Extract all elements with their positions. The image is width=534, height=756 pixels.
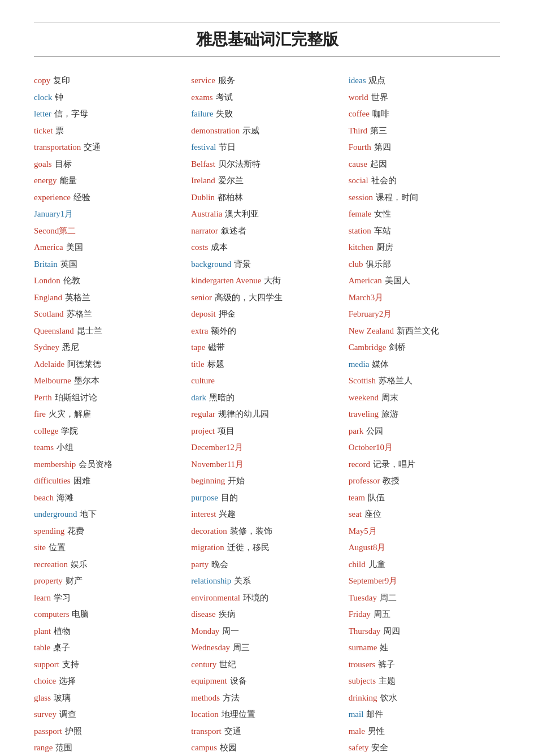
word-chinese: 周一: [222, 624, 239, 639]
word-chinese: 磁带: [208, 340, 225, 355]
vocab-item: social社会的: [349, 174, 500, 188]
word-chinese: 护照: [65, 724, 82, 739]
vocab-item: party晚会: [191, 558, 342, 572]
vocab-item: demonstration示威: [191, 124, 342, 139]
vocab-item: Tuesday周二: [349, 591, 500, 606]
vocab-item: letter信，字母: [34, 107, 185, 122]
word-chinese: 设备: [230, 674, 247, 689]
word-english: trousers: [349, 658, 376, 672]
vocab-item: support支持: [34, 658, 185, 672]
word-chinese: 学院: [61, 424, 78, 439]
word-english: disease: [191, 607, 215, 622]
word-english: coffee: [349, 107, 370, 122]
vocab-item: kitchen厨房: [349, 240, 500, 255]
vocab-item: choice选择: [34, 674, 185, 689]
word-english: exams: [191, 90, 212, 105]
word-chinese: 项目: [218, 424, 235, 439]
vocab-item: underground地下: [34, 507, 185, 522]
vocab-item: century世纪: [191, 658, 342, 672]
word-english: Fourth: [349, 140, 371, 155]
word-english: narrator: [191, 224, 218, 239]
vocab-item: senior高级的，大四学生: [191, 291, 342, 305]
word-english: mail: [349, 707, 364, 722]
word-chinese: 姓: [380, 641, 388, 655]
vocab-item: failure失败: [191, 107, 342, 122]
word-english: Cambridge: [349, 340, 387, 355]
word-english: weekend: [349, 391, 379, 405]
vocab-item: college学院: [34, 424, 185, 439]
word-english: drinking: [349, 691, 377, 706]
word-chinese: 疾病: [219, 607, 236, 622]
word-chinese: 周末: [381, 391, 398, 405]
word-english: range: [34, 741, 53, 755]
word-english: park: [349, 424, 364, 439]
word-english: ticket: [34, 124, 53, 139]
word-chinese: 媒体: [372, 357, 389, 372]
word-english: February2月: [349, 307, 392, 322]
word-chinese: 装修，装饰: [230, 524, 272, 539]
word-english: beginning: [191, 474, 225, 489]
word-english: surname: [349, 641, 377, 655]
word-chinese: 苏格兰人: [379, 374, 413, 388]
word-english: tape: [191, 340, 205, 355]
vocab-item: traveling旅游: [349, 407, 500, 422]
word-english: session: [349, 191, 373, 205]
word-chinese: 车站: [374, 224, 391, 239]
vocab-item: fire火灾，解雇: [34, 407, 185, 422]
word-chinese: 地理位置: [222, 707, 255, 722]
word-english: station: [349, 224, 371, 239]
vocab-item: March3月: [349, 291, 500, 305]
word-chinese: 能量: [60, 174, 77, 188]
word-english: Friday: [349, 607, 371, 622]
vocab-item: November11月: [191, 457, 342, 472]
vocab-col-2: service服务exams考试failure失败demonstration示威…: [191, 74, 342, 755]
word-chinese: 裤子: [378, 658, 395, 672]
vocab-item: Second第二: [34, 224, 185, 239]
vocab-item: January1月: [34, 207, 185, 222]
vocab-item: title标题: [191, 357, 342, 372]
vocab-item: media媒体: [349, 357, 500, 372]
vocab-item: ticket票: [34, 124, 185, 139]
vocab-item: Britain英国: [34, 257, 185, 272]
word-chinese: 邮件: [366, 707, 383, 722]
word-chinese: 位置: [49, 541, 66, 555]
word-chinese: 额外的: [211, 324, 236, 339]
word-english: Dublin: [191, 191, 215, 205]
word-chinese: 经验: [73, 191, 90, 205]
vocab-grid: copy复印clock钟letter信，字母ticket票transportat…: [34, 74, 500, 755]
vocab-item: England英格兰: [34, 291, 185, 305]
word-english: clock: [34, 90, 52, 105]
word-english: festival: [191, 140, 216, 155]
word-chinese: 困难: [73, 474, 90, 489]
vocab-item: passport护照: [34, 724, 185, 739]
word-chinese: 规律的幼儿园: [218, 407, 269, 422]
vocab-item: Sydney悉尼: [34, 340, 185, 355]
word-chinese: 周四: [383, 624, 400, 639]
word-english: London: [34, 274, 60, 288]
vocab-item: August8月: [349, 541, 500, 555]
word-english: membership: [34, 457, 76, 472]
word-chinese: 高级的，大四学生: [215, 291, 283, 305]
word-chinese: 范围: [55, 741, 72, 755]
word-english: migration: [191, 541, 224, 555]
vocab-item: dark黑暗的: [191, 391, 342, 405]
word-english: passport: [34, 724, 62, 739]
vocab-item: mail邮件: [349, 707, 500, 722]
vocab-item: goals目标: [34, 157, 185, 172]
word-chinese: 俱乐部: [366, 257, 391, 272]
word-english: club: [349, 257, 363, 272]
vocab-item: May5月: [349, 524, 500, 539]
word-english: location: [191, 707, 218, 722]
word-english: century: [191, 658, 216, 672]
word-chinese: 澳大利亚: [225, 207, 259, 222]
vocab-item: station车站: [349, 224, 500, 239]
word-chinese: 黑暗的: [209, 391, 235, 405]
vocab-item: October10月: [349, 440, 500, 455]
word-english: computers: [34, 607, 69, 622]
vocab-item: membership会员资格: [34, 457, 185, 472]
word-chinese: 咖啡: [372, 107, 389, 122]
word-chinese: 开始: [228, 474, 245, 489]
word-english: Sydney: [34, 340, 59, 355]
word-chinese: 安全: [371, 741, 388, 755]
word-english: purpose: [191, 491, 218, 506]
